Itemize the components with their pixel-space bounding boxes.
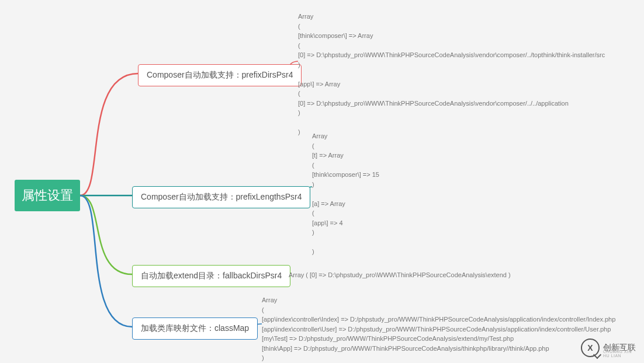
root-node[interactable]: 属性设置 <box>15 180 80 211</box>
leaf-prefix-lengths-psr4: Array ( [t] => Array ( [think\composer\]… <box>312 131 379 257</box>
branch-prefix-lengths-psr4[interactable]: Composer自动加载支持：prefixLengthsPsr4 <box>132 186 310 208</box>
branch-label: 加载类库映射文件：classMap <box>141 323 249 333</box>
leaf-prefix-dirs-psr4: Array ( [think\composer\] => Array ( [0]… <box>298 12 605 137</box>
branch-label: Composer自动加载支持：prefixDirsPsr4 <box>147 70 293 79</box>
leaf-class-map: Array ( [app\index\controller\Index] => … <box>262 295 615 363</box>
mindmap-canvas: 属性设置 Composer自动加载支持：prefixDirsPsr4 Array… <box>0 0 644 363</box>
branch-label: 自动加载extend目录：fallbackDirsPsr4 <box>141 271 282 280</box>
watermark-logo-icon: X <box>581 338 600 357</box>
branch-label: Composer自动加载支持：prefixLengthsPsr4 <box>141 192 302 201</box>
leaf-fallback-dirs-psr4: Array ( [0] => D:\phpstudy_pro\WWW\Think… <box>289 270 511 280</box>
watermark-subtext: CXHLCX CHUANG XIN HU LIAN <box>603 345 636 358</box>
root-label: 属性设置 <box>22 187 73 204</box>
branch-prefix-dirs-psr4[interactable]: Composer自动加载支持：prefixDirsPsr4 <box>138 64 302 86</box>
branch-class-map[interactable]: 加载类库映射文件：classMap <box>132 317 258 340</box>
watermark: X 创新互联 CXHLCX CHUANG XIN HU LIAN <box>581 338 636 357</box>
branch-fallback-dirs-psr4[interactable]: 自动加载extend目录：fallbackDirsPsr4 <box>132 265 290 287</box>
